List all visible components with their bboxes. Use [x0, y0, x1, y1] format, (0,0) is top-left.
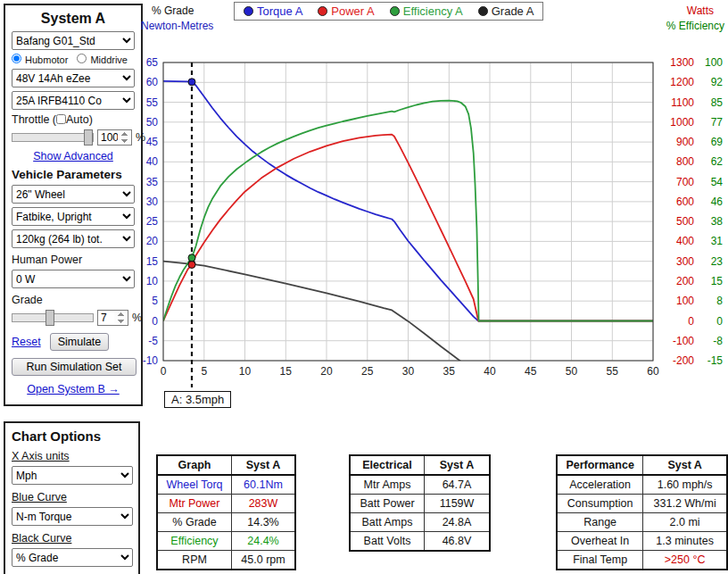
chart-legend: Torque APower AEfficiency AGrade A	[234, 2, 543, 21]
legend-item: Efficiency A	[390, 4, 463, 18]
svg-text:700: 700	[676, 176, 694, 188]
svg-text:40: 40	[146, 155, 159, 168]
table-row: Overheat In1.3 minutes	[557, 532, 727, 551]
throttle-auto-checkbox[interactable]	[56, 114, 66, 124]
svg-text:100: 100	[705, 56, 723, 69]
reset-link[interactable]: Reset	[12, 336, 41, 348]
svg-text:23: 23	[711, 255, 724, 268]
table-row: Mtr Power283W	[157, 495, 295, 513]
electrical-header-cell: Electrical	[350, 455, 425, 475]
hubmotor-radio-label[interactable]: Hubmotor	[12, 54, 68, 65]
svg-text:45: 45	[525, 365, 537, 378]
performance-row-value: >250 °C	[643, 551, 727, 570]
svg-text:1300: 1300	[670, 56, 694, 69]
electrical-row-label: Mtr Amps	[350, 475, 425, 495]
chart-options-title: Chart Options	[12, 428, 132, 444]
legend-item: Torque A	[244, 4, 302, 18]
table-row: Acceleration1.60 mph/s	[557, 475, 727, 495]
x-axis-units-label: X Axis units	[12, 450, 132, 462]
svg-text:-200: -200	[673, 354, 694, 367]
legend-marker-icon	[244, 6, 253, 16]
svg-text:-10: -10	[143, 354, 159, 367]
battery-select[interactable]: 48V 14Ah eZee	[12, 69, 135, 87]
legend-label: Torque A	[257, 4, 302, 18]
svg-text:85: 85	[711, 96, 724, 109]
hubmotor-radio[interactable]	[12, 54, 21, 63]
show-advanced-link[interactable]: Show Advanced	[33, 150, 113, 162]
grade-input[interactable]	[97, 310, 128, 326]
graph-row-value: 283W	[232, 495, 296, 513]
table-row: Range2.0 mi	[557, 513, 727, 532]
svg-text:15: 15	[280, 365, 293, 378]
svg-text:55: 55	[607, 365, 619, 378]
graph-header-cell: Graph	[157, 455, 232, 475]
performance-row-value: 2.0 mi	[643, 513, 727, 532]
electrical-row-label: Batt Volts	[350, 532, 425, 552]
graph-row-value: 14.3%	[232, 513, 296, 532]
chart-plot[interactable]: 6513001006012009255110085501000774590069…	[134, 0, 728, 412]
legend-marker-icon	[390, 6, 400, 16]
legend-marker-icon	[478, 6, 488, 16]
posture-select[interactable]: Fatbike, Upright	[12, 207, 135, 226]
svg-text:62: 62	[711, 155, 724, 168]
svg-text:15: 15	[711, 275, 724, 287]
black-curve-select[interactable]: % Grade	[12, 548, 133, 567]
system-a-panel: System A Bafang G01_Std Hubmotor Middriv…	[4, 4, 143, 406]
performance-row-value: 1.3 minutes	[643, 532, 727, 551]
graph-row-label: RPM	[157, 551, 232, 570]
graph-table: GraphSyst AWheel Torq60.1NmMtr Power283W…	[156, 454, 296, 570]
svg-text:35: 35	[443, 365, 456, 378]
svg-text:Watts: Watts	[687, 4, 714, 17]
performance-row-label: Consumption	[557, 495, 643, 513]
svg-text:600: 600	[676, 195, 694, 208]
open-system-b-link[interactable]: Open System B →	[27, 383, 120, 395]
graph-row-value: 24.4%	[232, 532, 296, 551]
x-axis-units-select[interactable]: Mph	[12, 466, 133, 485]
svg-text:5: 5	[201, 365, 207, 378]
wheel-select[interactable]: 26" Wheel	[12, 185, 135, 204]
system-a-title: System A	[12, 11, 135, 27]
controller-select[interactable]: 25A IRFB4110 Co	[12, 91, 135, 110]
run-simulation-set-button[interactable]: Run Simulation Set	[12, 358, 136, 376]
svg-text:40: 40	[484, 365, 496, 378]
svg-text:-100: -100	[673, 335, 694, 347]
svg-text:25: 25	[361, 365, 374, 378]
electrical-row-label: Batt Power	[350, 495, 425, 513]
cursor-speed-label[interactable]: A: 3.5mph	[164, 391, 231, 408]
human-power-label: Human Power	[12, 254, 135, 266]
blue-curve-label: Blue Curve	[12, 491, 132, 503]
simulate-button[interactable]: Simulate	[50, 333, 110, 351]
middrive-radio-label[interactable]: Middrive	[77, 54, 128, 65]
table-row: Batt Amps24.8A	[350, 513, 490, 532]
svg-text:1200: 1200	[670, 76, 694, 88]
human-power-select[interactable]: 0 W	[12, 270, 135, 288]
table-row: Final Temp>250 °C	[557, 551, 727, 570]
svg-text:% Grade: % Grade	[152, 4, 194, 17]
graph-row-value: 60.1Nm	[232, 475, 296, 495]
performance-row-label: Overheat In	[557, 532, 643, 551]
svg-text:45: 45	[146, 136, 159, 148]
weight-select[interactable]: 120kg (264 lb) tot.	[12, 229, 135, 248]
black-curve-label: Black Curve	[12, 532, 132, 545]
svg-text:92: 92	[711, 76, 724, 88]
table-row: Batt Volts46.8V	[350, 532, 490, 552]
svg-text:-8: -8	[713, 335, 723, 347]
svg-text:60: 60	[146, 76, 159, 88]
middrive-radio[interactable]	[77, 54, 87, 63]
table-row: Mtr Amps64.7A	[350, 475, 490, 495]
svg-text:50: 50	[146, 116, 159, 129]
graph-row-label: Efficiency	[157, 532, 232, 551]
electrical-row-label: Batt Amps	[350, 513, 425, 532]
grade-slider[interactable]	[12, 310, 94, 326]
svg-text:54: 54	[711, 176, 724, 188]
legend-label: Efficiency A	[403, 4, 463, 18]
legend-marker-icon	[318, 6, 327, 16]
svg-text:800: 800	[676, 155, 694, 168]
motor-select[interactable]: Bafang G01_Std	[12, 31, 135, 50]
blue-curve-select[interactable]: N-m Torque	[12, 507, 133, 526]
throttle-slider[interactable]	[12, 129, 94, 146]
performance-row-value: 331.2 Wh/mi	[643, 495, 727, 513]
throttle-input[interactable]	[97, 129, 132, 146]
svg-text:20: 20	[320, 365, 333, 378]
svg-text:-15: -15	[707, 354, 724, 367]
